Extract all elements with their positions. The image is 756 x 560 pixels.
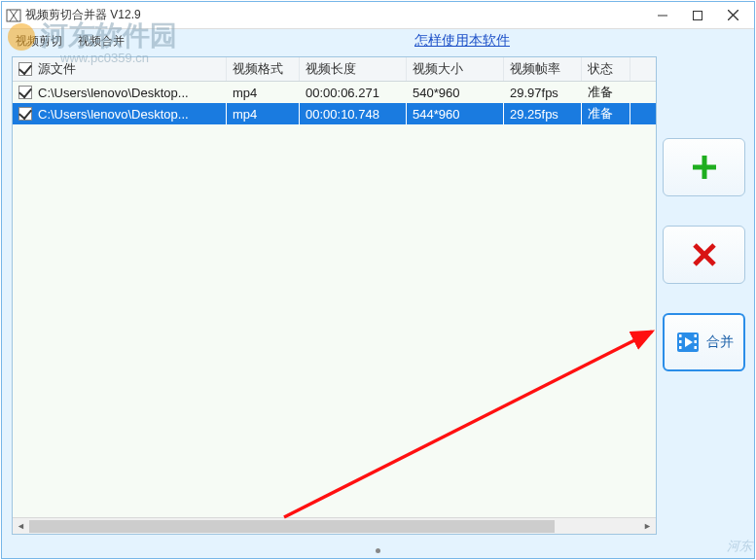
cross-icon xyxy=(692,242,717,267)
cell-format: mp4 xyxy=(227,82,300,103)
svg-rect-14 xyxy=(694,340,697,343)
film-icon xyxy=(675,330,701,355)
close-button[interactable] xyxy=(715,2,750,29)
table-row[interactable]: C:\Users\lenovo\Desktop... mp4 00:00:06.… xyxy=(13,82,656,103)
cell-status: 准备 xyxy=(582,82,630,103)
plus-icon xyxy=(690,153,719,182)
cell-status: 准备 xyxy=(582,103,630,124)
col-source[interactable]: 源文件 xyxy=(13,57,227,81)
cell-source: C:\Users\lenovo\Desktop... xyxy=(38,107,189,122)
page-indicator xyxy=(0,548,756,558)
col-size[interactable]: 视频大小 xyxy=(407,57,504,81)
merge-button-label: 合并 xyxy=(706,333,734,351)
table-header: 源文件 视频格式 视频长度 视频大小 视频帧率 状态 xyxy=(13,57,656,82)
app-icon xyxy=(6,8,21,23)
col-fps[interactable]: 视频帧率 xyxy=(504,57,582,81)
window-title: 视频剪切合并器 V12.9 xyxy=(25,7,645,23)
table-row[interactable]: C:\Users\lenovo\Desktop... mp4 00:00:10.… xyxy=(13,103,656,124)
row-checkbox[interactable] xyxy=(18,86,32,99)
svg-rect-12 xyxy=(679,346,682,349)
cell-format: mp4 xyxy=(227,103,300,124)
cell-length: 00:00:06.271 xyxy=(300,82,407,103)
menu-video-merge[interactable]: 视频合并 xyxy=(70,30,132,52)
svg-rect-15 xyxy=(694,346,697,349)
main-area: 源文件 视频格式 视频长度 视频大小 视频帧率 状态 C:\Users\leno… xyxy=(12,56,657,535)
cell-fps: 29.25fps xyxy=(504,103,582,124)
col-status[interactable]: 状态 xyxy=(582,57,630,81)
cell-source: C:\Users\lenovo\Desktop... xyxy=(38,86,189,100)
table-body: C:\Users\lenovo\Desktop... mp4 00:00:06.… xyxy=(13,82,656,517)
cell-size: 544*960 xyxy=(407,103,504,124)
scroll-track[interactable] xyxy=(29,518,639,534)
header-checkbox[interactable] xyxy=(18,62,32,76)
svg-rect-2 xyxy=(694,11,702,19)
titlebar: 视频剪切合并器 V12.9 xyxy=(2,2,754,29)
col-format[interactable]: 视频格式 xyxy=(227,57,300,81)
file-table: 源文件 视频格式 视频长度 视频大小 视频帧率 状态 C:\Users\leno… xyxy=(12,56,657,535)
svg-rect-13 xyxy=(694,334,697,337)
add-button[interactable] xyxy=(663,138,745,196)
cell-size: 540*960 xyxy=(407,82,504,103)
horizontal-scrollbar[interactable]: ◄ ► xyxy=(13,517,656,534)
help-link[interactable]: 怎样使用本软件 xyxy=(414,32,510,50)
merge-button[interactable]: 合并 xyxy=(663,313,745,371)
svg-rect-11 xyxy=(679,340,682,343)
dot-icon xyxy=(376,548,380,553)
app-window: 视频剪切合并器 V12.9 视频剪切 视频合并 怎样使用本软件 源文件 视频格式… xyxy=(1,1,755,559)
menu-video-cut[interactable]: 视频剪切 xyxy=(8,30,70,52)
svg-rect-10 xyxy=(679,334,682,337)
row-checkbox[interactable] xyxy=(18,107,32,121)
scroll-right-button[interactable]: ► xyxy=(639,518,656,534)
side-buttons: 合并 xyxy=(663,138,745,371)
col-length[interactable]: 视频长度 xyxy=(300,57,407,81)
menubar: 视频剪切 视频合并 怎样使用本软件 xyxy=(2,29,754,52)
scroll-left-button[interactable]: ◄ xyxy=(13,518,29,534)
scroll-thumb[interactable] xyxy=(29,520,555,533)
col-source-label: 源文件 xyxy=(38,60,76,78)
cell-fps: 29.97fps xyxy=(504,82,582,103)
remove-button[interactable] xyxy=(663,226,745,284)
minimize-button[interactable] xyxy=(645,2,680,29)
cell-length: 00:00:10.748 xyxy=(300,103,407,124)
maximize-button[interactable] xyxy=(680,2,715,29)
